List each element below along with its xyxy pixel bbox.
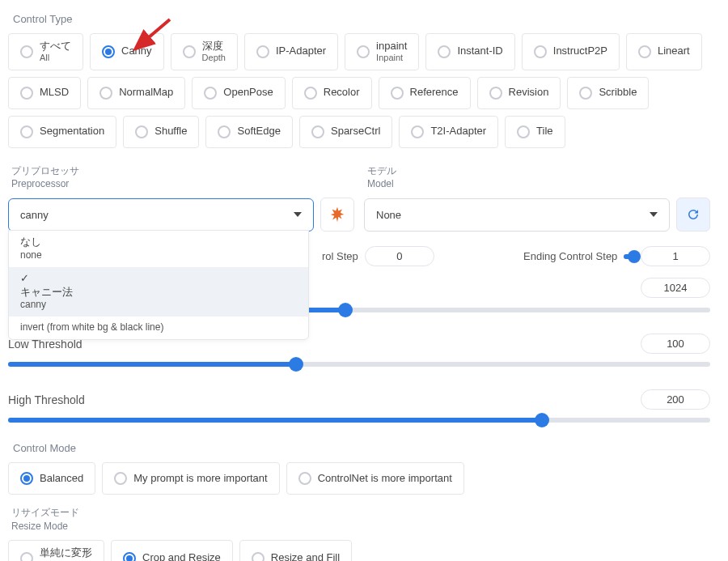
control-type-tile[interactable]: Tile — [505, 116, 565, 148]
control-mode-balanced[interactable]: Balanced — [8, 462, 95, 495]
control-mode-grid: BalancedMy prompt is more importantContr… — [8, 462, 710, 495]
radio-label: inpaintInpaint — [376, 40, 407, 63]
control-mode-label: Control Mode — [13, 442, 710, 454]
radio-icon — [135, 125, 148, 138]
resize-mode-grid: 単純に変形Just ResizeCrop and ResizeResize an… — [8, 540, 710, 561]
control-type-shuffle[interactable]: Shuffle — [123, 116, 199, 148]
resize-mode-crop-and-resize[interactable]: Crop and Resize — [111, 540, 233, 561]
control-type-lineart[interactable]: Lineart — [626, 33, 702, 70]
model-label: モデル Model — [367, 164, 710, 192]
radio-icon — [218, 125, 231, 138]
control-type-inpaint[interactable]: inpaintInpaint — [345, 33, 419, 70]
resize-mode-just-resize[interactable]: 単純に変形Just Resize — [8, 540, 104, 561]
high-threshold-value[interactable]: 200 — [641, 389, 710, 410]
control-type-reference[interactable]: Reference — [379, 77, 471, 109]
radio-icon — [411, 125, 424, 138]
radio-icon — [579, 87, 592, 100]
radio-icon — [114, 472, 127, 485]
radio-label: すべてAll — [40, 40, 71, 63]
control-type-scribble[interactable]: Scribble — [567, 77, 649, 109]
radio-icon — [357, 45, 370, 58]
preprocessor-value: canny — [20, 209, 49, 221]
control-type-instant-id[interactable]: Instant-ID — [425, 33, 514, 70]
radio-label: ControlNet is more important — [318, 473, 452, 485]
control-step-value[interactable]: 0 — [365, 246, 434, 266]
radio-icon — [638, 45, 651, 58]
radio-label: T2I-Adapter — [430, 125, 486, 138]
preprocessor-option-invert-from-white-bg-black-line-[interactable]: invert (from white bg & black line) — [9, 317, 308, 339]
control-type-openpose[interactable]: OpenPose — [192, 77, 285, 109]
radio-label: Revision — [509, 87, 549, 99]
preprocessor-dropdown: なしnone✓キャニー法cannyinvert (from white bg &… — [8, 230, 309, 339]
radio-label: MLSD — [40, 87, 69, 99]
explode-button[interactable] — [320, 198, 354, 232]
control-mode-controlnet-is-more-important[interactable]: ControlNet is more important — [286, 462, 464, 495]
model-select[interactable]: None — [364, 198, 670, 232]
radio-label: Resize and Fill — [271, 552, 340, 561]
radio-icon — [391, 87, 404, 100]
high-threshold-slider[interactable] — [8, 418, 710, 423]
radio-icon — [298, 472, 311, 485]
control-type-grid: すべてAllCanny深度DepthIP-AdapterinpaintInpai… — [8, 33, 710, 148]
radio-label: 深度Depth — [202, 40, 226, 63]
control-type-深度[interactable]: 深度Depth — [171, 33, 238, 70]
control-type-canny[interactable]: Canny — [90, 33, 164, 70]
control-type-mlsd[interactable]: MLSD — [8, 77, 81, 109]
preprocessor-option-canny[interactable]: ✓キャニー法canny — [9, 267, 308, 317]
control-type-t2i-adapter[interactable]: T2I-Adapter — [399, 116, 498, 148]
radio-icon — [311, 125, 324, 138]
radio-icon — [534, 45, 547, 58]
preprocessor-select[interactable]: canny — [8, 198, 314, 232]
radio-icon — [517, 125, 530, 138]
chevron-down-icon — [294, 212, 302, 217]
refresh-icon — [686, 207, 700, 222]
radio-label: Tile — [536, 125, 552, 138]
preprocessor-option-none[interactable]: なしnone — [9, 231, 308, 266]
explosion-icon — [328, 206, 346, 223]
control-type-instructp2p[interactable]: InstructP2P — [522, 33, 620, 70]
radio-icon — [99, 87, 112, 100]
control-type-すべて[interactable]: すべてAll — [8, 33, 83, 70]
chevron-down-icon — [650, 212, 658, 217]
radio-label: Canny — [121, 45, 152, 57]
radio-icon — [123, 552, 136, 561]
preprocessor-label: プリプロセッサ Preprocessor — [11, 164, 354, 192]
radio-label: SoftEdge — [237, 125, 281, 138]
low-threshold-slider[interactable] — [8, 362, 710, 367]
model-value: None — [376, 209, 401, 221]
control-type-softedge[interactable]: SoftEdge — [205, 116, 293, 148]
control-type-label: Control Type — [13, 13, 710, 25]
radio-icon — [20, 87, 33, 100]
radio-label: OpenPose — [223, 87, 273, 99]
high-threshold-label: High Threshold — [8, 393, 162, 406]
refresh-button[interactable] — [676, 198, 710, 232]
radio-icon — [256, 45, 269, 58]
radio-label: Reference — [410, 87, 459, 99]
radio-label: Recolor — [324, 87, 360, 99]
control-type-normalmap[interactable]: NormalMap — [87, 77, 185, 109]
radio-icon — [20, 552, 33, 561]
radio-icon — [489, 87, 502, 100]
control-type-ip-adapter[interactable]: IP-Adapter — [244, 33, 338, 70]
ending-step-slider[interactable] — [624, 254, 634, 259]
resize-mode-resize-and-fill[interactable]: Resize and Fill — [239, 540, 352, 561]
control-mode-my-prompt-is-more-important[interactable]: My prompt is more important — [102, 462, 279, 495]
radio-label: Balanced — [40, 473, 83, 485]
radio-label: Lineart — [658, 45, 690, 57]
radio-label: IP-Adapter — [276, 45, 326, 57]
radio-icon — [204, 87, 217, 100]
ending-step-label: Ending Control Step — [523, 250, 617, 262]
control-type-sparsectrl[interactable]: SparseCtrl — [299, 116, 392, 148]
radio-icon — [20, 472, 33, 485]
resolution-value[interactable]: 1024 — [641, 278, 710, 298]
ending-step-value[interactable]: 1 — [641, 246, 710, 266]
radio-icon — [304, 87, 317, 100]
control-type-recolor[interactable]: Recolor — [292, 77, 372, 109]
control-type-segmentation[interactable]: Segmentation — [8, 116, 116, 148]
resize-mode-label: リサイズモード Resize Mode — [11, 506, 710, 533]
radio-label: SparseCtrl — [331, 125, 380, 138]
radio-label: 単純に変形Just Resize — [40, 547, 92, 561]
low-threshold-value[interactable]: 100 — [641, 334, 710, 354]
radio-label: Crop and Resize — [142, 552, 221, 561]
control-type-revision[interactable]: Revision — [477, 77, 561, 109]
